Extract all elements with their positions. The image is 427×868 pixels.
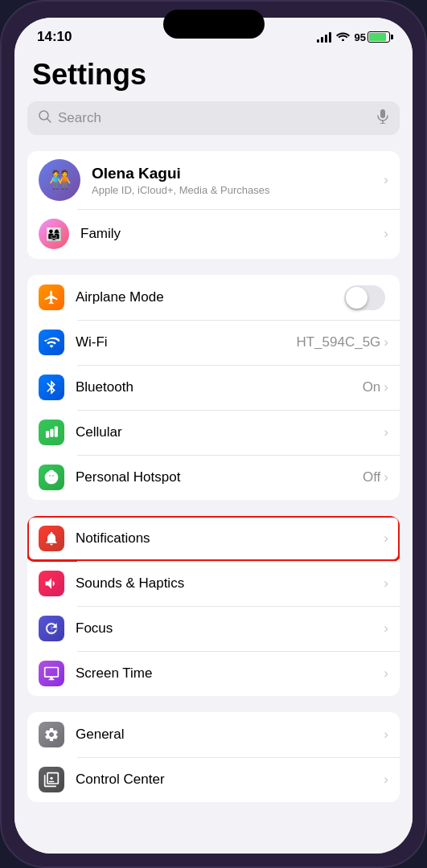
focus-chevron-icon: › — [384, 620, 388, 637]
hotspot-row[interactable]: Personal Hotspot Off › — [27, 455, 400, 500]
bluetooth-icon — [39, 375, 64, 400]
profile-name: Olena Kagui — [92, 165, 384, 182]
focus-label: Focus — [76, 620, 384, 637]
general-row[interactable]: General › — [27, 712, 400, 757]
screentime-label: Screen Time — [76, 665, 384, 682]
profile-subtitle: Apple ID, iCloud+, Media & Purchases — [92, 184, 384, 196]
wifi-row[interactable]: Wi-Fi HT_594C_5G › — [27, 320, 400, 365]
content-area[interactable]: Settings Search — [14, 51, 413, 854]
cellular-row[interactable]: Cellular › — [27, 410, 400, 455]
screentime-icon — [39, 661, 64, 686]
screentime-row[interactable]: Screen Time › — [27, 651, 400, 696]
hotspot-value: Off — [363, 469, 380, 485]
sounds-chevron-icon: › — [384, 575, 388, 592]
svg-line-1 — [47, 119, 51, 123]
svg-point-5 — [50, 777, 52, 780]
notifications-row[interactable]: Notifications › — [27, 516, 400, 561]
general-icon — [39, 722, 64, 747]
screentime-chevron-icon: › — [384, 665, 388, 682]
wifi-icon — [39, 330, 64, 355]
airplane-mode-toggle[interactable] — [344, 285, 385, 310]
controlcenter-icon — [39, 767, 64, 792]
notifications-icon — [39, 526, 64, 551]
search-icon — [39, 110, 51, 126]
family-avatar: 👨‍👩‍👧 — [39, 219, 69, 249]
phone-screen: 14:10 95 — [14, 18, 413, 854]
phone-shell: 14:10 95 — [0, 0, 427, 868]
focus-row[interactable]: Focus › — [27, 606, 400, 651]
cellular-label: Cellular — [76, 424, 384, 440]
family-label: Family — [80, 226, 384, 242]
battery-icon — [367, 31, 390, 43]
wifi-value: HT_594C_5G — [296, 334, 380, 350]
profile-card: 🧑‍🤝‍🧑 Olena Kagui Apple ID, iCloud+, Med… — [27, 151, 400, 259]
general-card: General › Control Center › — [27, 712, 400, 802]
sounds-icon — [39, 571, 64, 596]
sounds-row[interactable]: Sounds & Haptics › — [27, 561, 400, 606]
bluetooth-row[interactable]: Bluetooth On › — [27, 365, 400, 410]
bluetooth-label: Bluetooth — [76, 379, 363, 395]
status-icons: 95 — [317, 31, 390, 43]
general-label: General — [76, 727, 384, 743]
microphone-icon[interactable] — [377, 109, 388, 127]
svg-rect-6 — [49, 781, 55, 783]
page-title: Settings — [14, 51, 413, 101]
controlcenter-chevron-icon: › — [384, 772, 388, 788]
hotspot-label: Personal Hotspot — [76, 469, 363, 485]
family-row[interactable]: 👨‍👩‍👧 Family › — [27, 209, 400, 259]
search-input[interactable]: Search — [58, 110, 371, 126]
cellular-chevron-icon: › — [384, 424, 388, 440]
apple-id-chevron-icon: › — [384, 172, 388, 188]
search-bar[interactable]: Search — [27, 101, 400, 135]
apple-id-row[interactable]: 🧑‍🤝‍🧑 Olena Kagui Apple ID, iCloud+, Med… — [27, 151, 400, 209]
notifications-label: Notifications — [76, 530, 384, 547]
cellular-icon — [39, 420, 64, 445]
profile-info: Olena Kagui Apple ID, iCloud+, Media & P… — [92, 165, 384, 196]
controlcenter-label: Control Center — [76, 772, 384, 788]
family-chevron-icon: › — [384, 226, 388, 242]
wifi-status-icon — [336, 31, 350, 43]
wifi-label: Wi-Fi — [76, 334, 296, 350]
status-time: 14:10 — [37, 29, 72, 45]
general-chevron-icon: › — [384, 727, 388, 743]
hotspot-icon — [39, 465, 64, 490]
airplane-mode-icon — [39, 285, 64, 310]
focus-icon — [39, 616, 64, 641]
controlcenter-row[interactable]: Control Center › — [27, 757, 400, 802]
airplane-mode-row[interactable]: Airplane Mode — [27, 275, 400, 320]
battery-percent-label: 95 — [355, 31, 366, 43]
wifi-chevron-icon: › — [384, 334, 388, 350]
signal-bars-icon — [317, 31, 331, 43]
notifications-card: Notifications › Sounds & Haptics › — [27, 516, 400, 696]
connectivity-card: Airplane Mode Wi-Fi HT_594C_5G › — [27, 275, 400, 500]
hotspot-chevron-icon: › — [384, 469, 388, 485]
bluetooth-value: On — [363, 379, 381, 395]
dynamic-island — [163, 10, 265, 39]
notifications-chevron-icon: › — [384, 530, 388, 547]
bluetooth-chevron-icon: › — [384, 379, 388, 395]
svg-rect-2 — [380, 109, 385, 118]
sounds-label: Sounds & Haptics — [76, 575, 384, 592]
profile-avatar: 🧑‍🤝‍🧑 — [39, 159, 80, 201]
airplane-mode-label: Airplane Mode — [76, 289, 344, 305]
battery-indicator: 95 — [355, 31, 390, 43]
